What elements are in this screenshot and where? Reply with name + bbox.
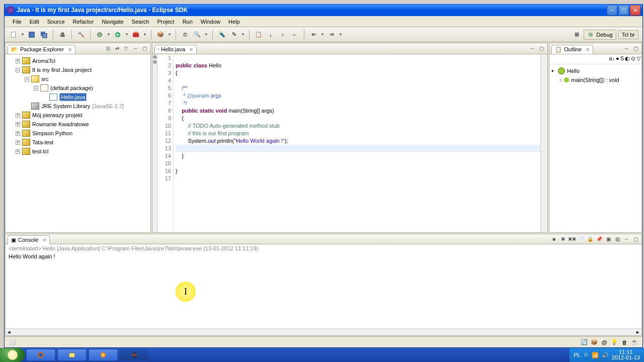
minimize-pane-button[interactable]: ─ [622, 45, 630, 53]
collapse-icon[interactable]: − [16, 68, 20, 72]
maximize-pane-button[interactable]: ▢ [140, 45, 148, 53]
next-annotation-button[interactable]: ↓ [266, 30, 276, 40]
outline-tab[interactable]: 📋 Outline ✕ [551, 45, 593, 54]
package-tree[interactable]: +AromaTcl−It is my first Java project−sr… [6, 54, 150, 232]
remove-launch-button[interactable]: ✖ [559, 235, 567, 243]
tree-item[interactable]: +Rownanie Kwadratowe [8, 120, 148, 129]
new-package-button[interactable]: 📦 [155, 30, 166, 40]
tree-item[interactable]: Hello.java [8, 93, 148, 102]
prev-annotation-button[interactable]: ↑ [278, 30, 288, 40]
new-class-button[interactable]: © [180, 30, 190, 40]
close-icon[interactable]: ✕ [586, 47, 590, 52]
run-button[interactable] [113, 30, 123, 40]
menu-navigate[interactable]: Navigate [98, 17, 127, 26]
hide-nonpublic-button[interactable]: ◐ [625, 55, 630, 63]
hide-fields-button[interactable]: ● [616, 55, 619, 63]
ext-dropdown[interactable]: ▼ [143, 32, 147, 37]
menu-refactor[interactable]: Refactor [69, 17, 98, 26]
open-perspective-button[interactable]: ⊞ [572, 30, 582, 40]
tree-item[interactable]: +Mój pierwszy projekt [8, 111, 148, 120]
terminate-button[interactable]: ■ [550, 235, 558, 243]
debug-dropdown[interactable]: ▼ [107, 32, 111, 37]
tray-flag-icon[interactable]: ⚐ [584, 352, 589, 358]
menu-search[interactable]: Search [128, 17, 153, 26]
new-dropdown[interactable]: ▼ [21, 32, 25, 37]
collapse-all-button[interactable]: ⊟ [104, 45, 112, 53]
tree-item[interactable]: +Simpson Python [8, 129, 148, 138]
editor-tab[interactable]: Hello.java ✕ [154, 45, 197, 53]
debug-button[interactable] [95, 30, 105, 40]
language-indicator[interactable]: PL [574, 352, 580, 358]
close-icon[interactable]: ✕ [42, 237, 46, 243]
toggle-mark-button[interactable]: 📋 [254, 30, 264, 40]
java-icon[interactable]: ☕ [630, 338, 638, 346]
search-button[interactable]: 🔦 [217, 30, 227, 40]
run-dropdown[interactable]: ▼ [125, 32, 129, 37]
save-button[interactable] [27, 30, 37, 40]
tray-volume-icon[interactable]: 🔊 [602, 352, 609, 358]
outline-tree[interactable]: ▾ Hello S main(String[]) : void [549, 64, 641, 232]
tree-item[interactable]: −src [8, 74, 148, 83]
clock[interactable]: 11:11 2012-01-13 [612, 349, 640, 360]
clear-console-button[interactable]: 📄 [577, 235, 585, 243]
tree-item[interactable]: JRE System Library [JavaSE-1.7] [8, 102, 148, 111]
minimize-pane-button[interactable]: ─ [131, 45, 139, 53]
tree-item[interactable]: +Tata-test [8, 138, 148, 147]
start-button[interactable] [0, 348, 25, 362]
menu-source[interactable]: Source [43, 17, 69, 26]
updates-icon[interactable]: 🔄 [580, 338, 588, 346]
console-tab[interactable]: ▣ Console ✕ [8, 235, 50, 244]
close-icon[interactable]: ✕ [189, 47, 193, 52]
expand-icon[interactable]: + [16, 149, 20, 154]
console-output[interactable]: Hello World again ! I [6, 252, 641, 328]
heap-icon[interactable]: 🗑 [620, 338, 628, 346]
overview-ruler[interactable] [540, 54, 547, 232]
new-button[interactable] [9, 30, 19, 40]
menu-file[interactable]: File [9, 17, 26, 26]
expand-icon[interactable]: + [16, 59, 20, 63]
save-all-button[interactable] [39, 30, 49, 40]
sync-icon[interactable]: 📦 [590, 338, 598, 346]
menu-project[interactable]: Project [153, 17, 178, 26]
pin-console-button[interactable]: 📌 [595, 235, 603, 243]
view-menu-button[interactable]: ▽ [122, 45, 130, 53]
maximize-button[interactable]: ▢ [618, 5, 629, 16]
display-console-button[interactable]: ▣ [604, 235, 612, 243]
menu-run[interactable]: Run [179, 17, 197, 26]
maximize-pane-button[interactable]: ▢ [631, 235, 639, 243]
open-console-button[interactable]: ▤ [613, 235, 621, 243]
outline-method[interactable]: S main(String[]) : void [551, 75, 639, 84]
code-editor[interactable]: ⊖⊖ 1234567891011121314151617 public clas… [152, 54, 547, 232]
tray-network-icon[interactable]: 📶 [592, 352, 599, 358]
close-button[interactable]: ✕ [630, 5, 640, 16]
scroll-left-button[interactable]: ◂ [6, 329, 13, 335]
outline-class[interactable]: ▾ Hello [551, 66, 639, 75]
perspective-debug[interactable]: Debug [584, 30, 616, 40]
minimize-pane-button[interactable]: ─ [622, 235, 630, 243]
menu-edit[interactable]: Edit [26, 17, 43, 26]
scroll-right-button[interactable]: ▸ [634, 329, 641, 335]
scroll-lock-button[interactable]: 🔒 [586, 235, 594, 243]
expand-icon[interactable]: + [16, 113, 20, 118]
perspective-tcl[interactable]: Tcl br [618, 30, 638, 39]
forward-button[interactable]: ⇒ [327, 30, 337, 40]
close-icon[interactable]: ✕ [68, 47, 72, 52]
menu-help[interactable]: Help [224, 17, 244, 26]
annotate-button[interactable]: ✎ [229, 30, 239, 40]
taskbar-explorer[interactable] [57, 349, 87, 361]
hide-static-button[interactable]: S [620, 55, 624, 63]
collapse-icon[interactable]: − [25, 77, 29, 81]
print-button[interactable]: 🖶 [57, 30, 67, 40]
package-explorer-tab[interactable]: 📂 Package Explorer ✕ [8, 45, 75, 54]
sort-button[interactable]: a↓ [609, 55, 615, 63]
link-editor-button[interactable]: ⇄ [113, 45, 121, 53]
taskbar-media[interactable] [89, 349, 118, 361]
view-menu-button[interactable]: ▽ [636, 55, 640, 63]
expand-icon[interactable]: + [16, 131, 20, 136]
taskbar-firefox[interactable] [26, 349, 55, 361]
at-icon[interactable]: @ [600, 338, 608, 346]
tip-icon[interactable]: 💡 [610, 338, 618, 346]
expand-icon[interactable]: + [16, 122, 20, 127]
open-type-button[interactable]: 🔍 [192, 30, 202, 40]
hide-local-button[interactable]: ⊙ [631, 55, 635, 63]
